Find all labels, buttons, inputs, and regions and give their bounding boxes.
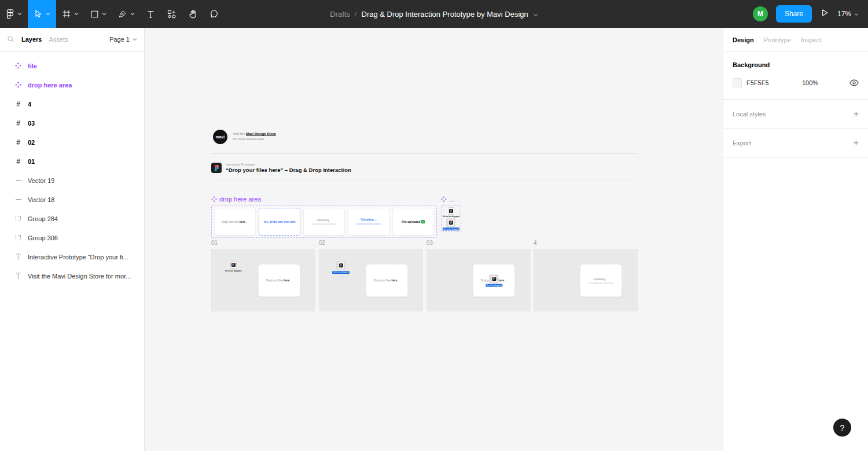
background-title: Background: [733, 61, 859, 68]
file-caption-selected: file to be dropped: [332, 271, 349, 274]
breadcrumb-folder[interactable]: Drafts: [330, 10, 350, 19]
share-button[interactable]: Share: [776, 5, 812, 23]
document-title[interactable]: Drag & Drop Interaction Prototype by Mav…: [361, 10, 528, 19]
drop-state-card-4[interactable]: Uploading ...: [348, 208, 389, 236]
page-selector[interactable]: Page 1: [109, 36, 137, 43]
comment-tool-button[interactable]: [204, 0, 225, 28]
mavi-logo-text: mavi: [216, 135, 225, 139]
help-button[interactable]: ?: [833, 419, 851, 437]
tab-layers[interactable]: Layers: [21, 36, 42, 43]
frame-icon: #: [14, 157, 22, 166]
drop-state-card-3[interactable]: Uploading...: [303, 208, 345, 236]
component-label-text: drop here area: [219, 196, 261, 203]
card-text: File uploaded: [402, 220, 420, 223]
layer-row-vector-18[interactable]: Vector 18: [0, 190, 144, 209]
file-caption-selected: file to be dropped: [486, 284, 502, 287]
pen-tool-button[interactable]: [112, 0, 141, 28]
comment-bubble-icon: [209, 9, 219, 19]
zoom-control[interactable]: 17%: [837, 10, 859, 18]
file-to-drop-selected[interactable]: file to be dropped: [328, 261, 354, 274]
file-state-default[interactable]: file to be dropped: [443, 207, 459, 218]
present-play-icon[interactable]: [820, 8, 829, 20]
move-tool-button[interactable]: [28, 0, 56, 28]
background-section: Background F5F5F5 100%: [723, 52, 868, 99]
chevron-down-icon[interactable]: [533, 10, 538, 19]
frame-4[interactable]: Uploading ...: [534, 249, 638, 311]
frame-03[interactable]: Drop your files here ... file to be drop…: [426, 249, 531, 311]
layer-row-frame-01[interactable]: # 01: [0, 152, 144, 171]
layer-row-frame-02[interactable]: # 02: [0, 133, 144, 152]
file-caption: file to be dropped: [225, 270, 241, 272]
text-tool-button[interactable]: [141, 0, 161, 28]
chevron-down-icon: [854, 10, 859, 18]
frame-tool-button[interactable]: [56, 0, 84, 28]
tab-prototype[interactable]: Prototype: [764, 36, 791, 43]
frame-01[interactable]: file to be dropped Drop your files here …: [211, 249, 315, 311]
layer-row-frame-03[interactable]: # 03: [0, 113, 144, 133]
layer-label: 03: [28, 120, 35, 127]
dragged-file-over-card[interactable]: file to be dropped: [486, 274, 502, 287]
layer-row-text-interactive-prototype[interactable]: T Interactive Prototype “Drop your fi...: [0, 247, 144, 266]
shape-tool-button[interactable]: [84, 0, 112, 28]
tab-design[interactable]: Design: [733, 36, 754, 43]
store-link[interactable]: Mavi Design Store: [246, 132, 276, 135]
canvas[interactable]: mavi Visit the Mavi Design Store for mor…: [145, 28, 723, 451]
mavi-logo: mavi: [213, 130, 227, 144]
export-row: Export +: [723, 129, 868, 157]
opacity-field[interactable]: 100%: [802, 79, 818, 86]
layer-row-group-284[interactable]: Group 284: [0, 209, 144, 228]
frame-title-01[interactable]: 01: [211, 240, 218, 246]
divider: [211, 181, 638, 181]
frame-title-02[interactable]: 02: [319, 240, 325, 246]
resources-tool-button[interactable]: [161, 0, 182, 28]
color-swatch[interactable]: [733, 78, 742, 87]
file-caption: file to be dropped: [443, 215, 459, 218]
frame-icon: #: [14, 138, 22, 146]
drop-state-card-5[interactable]: File uploaded ✓: [392, 208, 434, 236]
tab-assets[interactable]: Assets: [49, 36, 68, 43]
layer-row-file[interactable]: file: [0, 56, 144, 75]
add-style-button[interactable]: +: [854, 109, 859, 119]
avatar[interactable]: M: [753, 6, 768, 21]
layer-row-group-306[interactable]: Group 306: [0, 228, 144, 247]
drop-target-card[interactable]: Drop your files here ...: [366, 264, 408, 297]
card-text: Uploading ...: [594, 278, 609, 281]
card-text: Uploading ...: [361, 218, 377, 221]
layer-row-vector-19[interactable]: Vector 19: [0, 171, 144, 190]
component-label-text: ...: [449, 196, 454, 203]
layer-row-text-visit-store[interactable]: T Visit the Mavi Design Store for mor...: [0, 266, 144, 285]
drop-here-area-component-label[interactable]: drop here area: [211, 196, 261, 203]
drag-ghost-background: [489, 274, 498, 283]
tab-inspect[interactable]: Inspect: [801, 36, 821, 43]
file-component[interactable]: file to be dropped file to be dropped: [441, 206, 461, 232]
inspector-tabs: Design Prototype Inspect: [723, 28, 868, 52]
inspector-panel: Design Prototype Inspect Background F5F5…: [723, 28, 868, 451]
file-to-drop[interactable]: file to be dropped: [220, 261, 246, 272]
main-menu-button[interactable]: [0, 0, 28, 28]
drop-state-card-2[interactable]: Yes, all the way over here: [259, 208, 300, 236]
drop-target-card[interactable]: Drop your files here ...: [258, 264, 300, 297]
file-state-selected[interactable]: file to be dropped: [443, 218, 459, 230]
hex-value-field[interactable]: F5F5F5: [746, 79, 781, 86]
layer-label: Group 284: [28, 215, 58, 222]
drag-ghost-background: [446, 218, 455, 227]
uploading-card[interactable]: Uploading ...: [580, 264, 622, 297]
drop-here-area-component[interactable]: Drop your files here ... Yes, all the wa…: [211, 206, 437, 238]
layer-label: Interactive Prototype “Drop your fi...: [28, 254, 128, 261]
drop-state-card-1[interactable]: Drop your files here ...: [214, 208, 256, 236]
hand-tool-button[interactable]: [182, 0, 204, 28]
layer-row-frame-4[interactable]: # 4: [0, 94, 144, 113]
frame-02[interactable]: file to be dropped Drop your files here …: [319, 249, 423, 311]
frame-title-4[interactable]: 4: [534, 240, 537, 246]
file-document-icon: [448, 207, 454, 215]
frame-title-03[interactable]: 03: [426, 240, 433, 246]
add-export-button[interactable]: +: [854, 138, 859, 148]
search-icon[interactable]: [7, 35, 14, 44]
eye-icon[interactable]: [849, 79, 859, 86]
component-icon: [14, 82, 22, 88]
chevron-down-icon: [102, 12, 106, 16]
layer-row-drop-here-area[interactable]: drop here area: [0, 75, 144, 94]
store-note: Visit the Mavi Design Store for more sou…: [233, 131, 276, 141]
file-component-label[interactable]: ...: [441, 196, 454, 203]
drop-target-card[interactable]: Drop your files here ... file to be drop…: [473, 264, 515, 297]
